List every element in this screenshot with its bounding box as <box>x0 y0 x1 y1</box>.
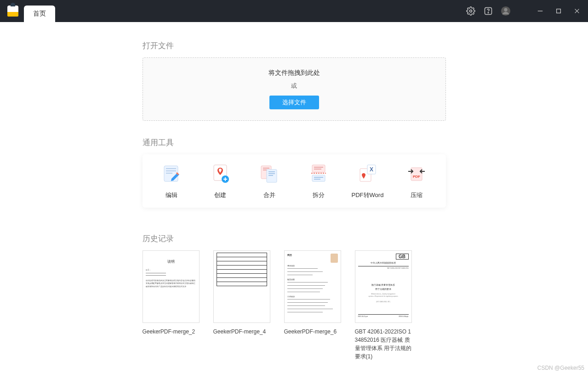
tools-section: 通用工具 编辑 创建 合并 <box>143 137 446 208</box>
svg-text:PDF: PDF <box>413 175 420 179</box>
compress-icon: PDF <box>406 163 427 184</box>
create-icon <box>210 163 231 184</box>
svg-text:X: X <box>370 166 373 173</box>
dropzone[interactable]: 将文件拖拽到此处 或 选择文件 <box>143 57 446 121</box>
history-item[interactable]: GeekerPDF-merge_4 <box>213 250 270 361</box>
history-thumb: 说明 目录： 使用说明与安装流程及注意事项说明文档内容包含所有必要的安装步骤配置… <box>143 250 200 323</box>
history-label: GeekerPDF-merge_2 <box>143 328 200 336</box>
svg-rect-24 <box>268 175 273 176</box>
pdf2word-icon: X <box>357 163 378 184</box>
settings-icon[interactable] <box>466 6 476 16</box>
help-icon[interactable] <box>483 6 493 16</box>
history-grid: 说明 目录： 使用说明与安装流程及注意事项说明文档内容包含所有必要的安装步骤配置… <box>143 250 446 361</box>
svg-rect-26 <box>314 167 323 168</box>
svg-rect-27 <box>314 169 321 170</box>
svg-rect-23 <box>268 173 275 174</box>
tool-label: 编辑 <box>166 191 177 199</box>
svg-rect-10 <box>166 168 176 169</box>
history-thumb <box>213 250 270 323</box>
minimize-button[interactable] <box>537 7 544 15</box>
svg-point-0 <box>470 10 472 12</box>
svg-rect-30 <box>314 177 323 178</box>
watermark: CSDN @Geeker55 <box>537 365 584 371</box>
edit-icon <box>161 163 182 184</box>
svg-rect-11 <box>166 170 176 171</box>
svg-rect-22 <box>268 171 275 172</box>
svg-rect-29 <box>312 175 325 181</box>
svg-rect-12 <box>166 173 172 174</box>
tab-home[interactable]: 首页 <box>24 6 55 22</box>
history-title: 历史记录 <box>143 233 446 244</box>
tool-create[interactable]: 创建 <box>200 163 241 199</box>
tool-merge[interactable]: 合并 <box>249 163 290 199</box>
history-thumb: GB 中华人民共和国国家标准 GB/T 42061-2022/ISO 13485… <box>355 250 412 323</box>
tools-title: 通用工具 <box>143 137 446 148</box>
user-avatar-icon[interactable] <box>501 6 511 16</box>
titlebar: 首页 <box>0 0 588 22</box>
open-file-title: 打开文件 <box>143 40 446 51</box>
tool-label: 拆分 <box>313 191 325 199</box>
history-item[interactable]: 简历 基本信息 教育背景 工作经历 GeekerPDF-merge_6 <box>284 250 341 361</box>
dropzone-or: 或 <box>154 82 434 90</box>
close-button[interactable] <box>573 7 581 15</box>
history-thumb: 简历 基本信息 教育背景 工作经历 <box>284 250 341 323</box>
svg-point-4 <box>504 8 507 11</box>
history-item[interactable]: 说明 目录： 使用说明与安装流程及注意事项说明文档内容包含所有必要的安装步骤配置… <box>143 250 200 361</box>
app-icon <box>7 6 18 17</box>
tool-label: PDF转Word <box>352 191 384 199</box>
svg-rect-19 <box>263 168 269 169</box>
svg-rect-31 <box>314 179 320 180</box>
tool-label: 压缩 <box>411 191 422 199</box>
split-icon <box>308 163 329 184</box>
svg-point-2 <box>488 12 488 13</box>
main-content: 打开文件 将文件拖拽到此处 或 选择文件 通用工具 编辑 创建 <box>0 22 588 361</box>
history-label: GeekerPDF-merge_6 <box>284 328 341 336</box>
tool-label: 创建 <box>214 191 226 199</box>
history-section: 历史记录 说明 目录： 使用说明与安装流程及注意事项说明文档内容包含所有必要的安… <box>143 233 446 361</box>
svg-rect-6 <box>557 9 561 13</box>
tool-compress[interactable]: PDF 压缩 <box>396 163 437 199</box>
choose-file-button[interactable]: 选择文件 <box>269 96 319 109</box>
open-file-section: 打开文件 将文件拖拽到此处 或 选择文件 <box>143 40 446 121</box>
tool-label: 合并 <box>263 191 275 199</box>
history-label: GBT 42061-2022ISO 134852016 医疗器械 质量管理体系 … <box>355 328 412 361</box>
dropzone-text: 将文件拖拽到此处 <box>154 69 434 77</box>
tool-pdf2word[interactable]: X PDF转Word <box>347 163 388 199</box>
history-label: GeekerPDF-merge_4 <box>213 328 270 336</box>
history-item[interactable]: GB 中华人民共和国国家标准 GB/T 42061-2022/ISO 13485… <box>355 250 412 361</box>
tools-card: 编辑 创建 合并 拆分 <box>143 154 446 208</box>
tool-split[interactable]: 拆分 <box>298 163 339 199</box>
merge-icon <box>259 163 280 184</box>
tool-edit[interactable]: 编辑 <box>151 163 192 199</box>
maximize-button[interactable] <box>555 7 562 15</box>
